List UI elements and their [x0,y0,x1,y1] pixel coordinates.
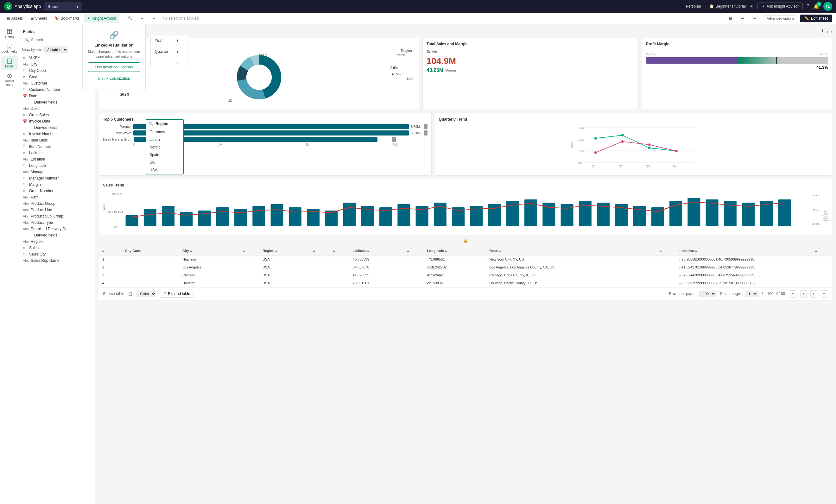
loc-menu-icon[interactable]: ≡ [695,249,697,253]
redo-button[interactable]: ↪ [750,14,759,23]
field-item[interactable]: AbcPath [21,194,92,200]
year-dropdown[interactable]: Year ▾ [150,36,188,45]
sidebar-master-items-button[interactable]: Master items [1,71,18,88]
sidebar-sheets-button[interactable]: Sheets [1,26,18,40]
lat-menu-icon[interactable]: ≡ [367,249,369,253]
field-item[interactable]: #Sales [21,245,92,251]
sidebar-bookmarks-button[interactable]: Bookmarks [1,41,18,55]
expand-table-button[interactable]: ⊞ Expand table [160,290,193,297]
field-item[interactable]: #Margin [21,181,92,188]
last-page-button[interactable]: » [821,290,828,297]
field-item[interactable]: AbcProduct Group [21,200,92,207]
row-city-code [119,255,179,264]
unlink-visualization-button[interactable]: Unlink visualization [95,74,140,83]
notifications-button[interactable]: 🔔 3 [813,3,819,9]
first-page-button[interactable]: « [789,290,796,297]
spacer2-icon[interactable]: ≡ [313,249,315,253]
field-item[interactable]: 📅Invoice Date [21,118,92,124]
field-item[interactable]: Derived fields [21,124,92,131]
menu-icon[interactable]: ≡ [102,249,104,253]
field-item[interactable]: #Order Number [21,188,92,194]
spacer1-icon[interactable]: ≡ [243,249,245,253]
sidebar-fields-button[interactable]: Fields [1,56,18,70]
field-item[interactable]: #Sales Qty [21,251,92,257]
svg-point-33 [648,143,650,146]
field-item[interactable]: 📅Date [21,93,92,99]
search-selections-button[interactable]: 🔍 [125,14,136,23]
svg-text:12M: 12M [578,138,584,141]
add-chart-button[interactable]: + [821,28,824,35]
field-item[interactable]: AbcManager [21,169,92,175]
field-item[interactable]: #Latitude [21,150,92,156]
field-item[interactable]: #Invoice Number [21,131,92,137]
field-item[interactable]: AbcPromised Delivery Date [21,226,92,232]
grid-view-button[interactable]: ⊞ [726,14,735,23]
insight-advisor-button[interactable]: ✦ Insight Advisor [84,14,119,23]
sheets-icon: ▣ [31,16,34,21]
spacer4-icon[interactable]: ≡ [407,249,409,253]
desc-menu-icon[interactable]: ≡ [499,249,501,253]
bookmarks-button[interactable]: 🔖 Bookmarks [51,14,83,23]
undo-button[interactable]: ↩ [738,14,747,23]
field-item[interactable]: Derived fields [21,99,92,105]
field-item[interactable]: AbcCity [21,61,92,67]
tutorial-label[interactable]: 📋 Beginner's tutorial [709,4,746,8]
field-item[interactable]: #Customer Number [21,86,92,93]
region-filter-item[interactable]: Germany [146,128,183,136]
lon-menu-icon[interactable]: ≡ [445,249,447,253]
source-table-selector[interactable]: Cities [136,291,156,297]
sheet-selector[interactable]: Sheet ▾ [44,2,82,11]
prev-page-button[interactable]: ‹ [827,29,829,34]
next-page-table-button[interactable]: › [810,290,817,297]
field-item[interactable]: Derived fields [21,232,92,238]
next-page-button[interactable]: › [831,29,832,34]
field-type-icon: # [23,176,27,180]
field-item[interactable]: #City Code [21,67,92,74]
empty-dropdown[interactable]: ▾ [150,58,188,67]
city-menu-icon[interactable]: ≡ [190,249,192,253]
field-item[interactable]: #Manager Number [21,175,92,181]
region-filter-item[interactable]: Nordic [146,143,183,151]
prev-page-table-button[interactable]: ‹ [800,290,806,297]
field-item[interactable]: AbcItem Desc [21,137,92,143]
region-filter-item[interactable]: Japan [146,136,183,143]
field-item[interactable]: AbcDesc [21,105,92,112]
field-item[interactable]: AbcProduct Type [21,219,92,226]
quarter-dropdown[interactable]: Quarter ▾ [150,47,188,56]
svg-text:Q: Q [7,4,10,9]
nordic-label: Nordic [397,54,406,57]
rows-per-page-selector[interactable]: 100 [699,291,716,297]
page-selector[interactable]: 1 [745,291,758,297]
use-advanced-options-button[interactable]: Use advanced options [95,62,140,72]
field-item[interactable]: #%KEY [21,55,92,61]
more-icon[interactable]: ••• [749,4,754,8]
spacer5-icon[interactable]: ≡ [660,249,662,253]
forward-button[interactable]: → [149,14,159,23]
back-button[interactable]: ← [137,14,147,23]
spacer6-icon[interactable]: ≡ [815,249,817,253]
field-item[interactable]: AbcProduct Line [21,207,92,213]
help-button[interactable]: ? [806,3,810,9]
field-item[interactable]: #Item Number [21,143,92,150]
ask-insight-advisor-btn[interactable]: ✦ Ask Insight Advisor [758,2,803,10]
fields-search-input[interactable] [31,38,80,42]
field-item[interactable]: AbcCustomer [21,80,92,86]
sheets-button[interactable]: ▣ Sheets [27,14,50,23]
region-menu-icon[interactable]: ≡ [275,249,277,253]
region-filter-item[interactable]: Spain [146,151,183,159]
assets-button[interactable]: ⊞ Assets [4,14,26,23]
field-item[interactable]: AbcProduct Sub Group [21,213,92,219]
field-item[interactable]: AbcRegion [21,238,92,245]
field-item[interactable]: #GrossSales [21,112,92,118]
region-filter-item[interactable]: UK [146,159,183,166]
city-code-sort-icon[interactable]: ↕ [122,249,124,253]
edit-sheet-button[interactable]: ✏️ Edit sheet [800,15,832,22]
field-item[interactable]: #Cost [21,74,92,80]
table-selector[interactable]: All tables [44,46,68,53]
field-item[interactable]: #Longitude [21,162,92,169]
region-filter-item[interactable]: USA [146,166,183,174]
user-avatar[interactable]: TL [823,2,832,11]
spacer3-icon[interactable]: ≡ [333,249,335,253]
field-item[interactable]: AbcSales Rep Name [21,257,92,264]
field-item[interactable]: AbcLocation [21,156,92,162]
